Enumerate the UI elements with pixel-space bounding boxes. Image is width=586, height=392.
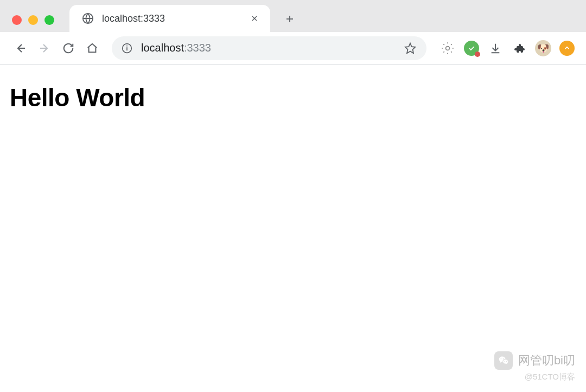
watermark-sub-text: @51CTO博客 [494, 372, 575, 382]
extension-green-icon[interactable] [463, 40, 480, 56]
window-controls [12, 15, 54, 25]
back-button[interactable] [11, 38, 30, 58]
close-icon[interactable] [249, 12, 260, 24]
profile-avatar[interactable]: 🐶 [535, 40, 551, 56]
site-info-icon[interactable] [120, 42, 133, 55]
svg-marker-10 [405, 43, 415, 53]
download-icon[interactable] [487, 40, 504, 56]
svg-point-11 [446, 46, 450, 50]
home-button[interactable] [82, 38, 102, 58]
address-bar[interactable]: localhost:3333 [112, 36, 426, 60]
svg-point-9 [126, 45, 128, 46]
extensions-puzzle-icon[interactable] [511, 40, 527, 56]
watermark-main: 网管叨bi叨 [494, 351, 575, 370]
window-minimize-button[interactable] [28, 15, 38, 25]
window-close-button[interactable] [12, 15, 22, 25]
globe-icon [81, 12, 94, 25]
toolbar-extensions: 🐶 [436, 40, 575, 56]
window-maximize-button[interactable] [44, 15, 54, 25]
forward-button[interactable] [35, 38, 54, 58]
watermark: 网管叨bi叨 @51CTO博客 [494, 351, 575, 382]
wechat-icon [494, 351, 513, 370]
new-tab-button[interactable] [279, 8, 301, 30]
url-path: :3333 [184, 42, 211, 54]
extension-orange-icon[interactable] [559, 40, 575, 56]
browser-tab[interactable]: localhost:3333 [69, 5, 270, 32]
page-viewport: Hello World [0, 65, 586, 392]
reload-button[interactable] [59, 38, 78, 58]
url-text: localhost:3333 [141, 42, 211, 54]
nav-toolbar: localhost:3333 [0, 32, 586, 65]
url-host: localhost [141, 42, 184, 54]
page-heading: Hello World [10, 83, 576, 112]
watermark-main-text: 网管叨bi叨 [518, 352, 575, 369]
gear-icon[interactable] [440, 40, 456, 56]
tab-strip: localhost:3333 [0, 0, 586, 32]
bookmark-star-icon[interactable] [403, 41, 418, 56]
tab-title: localhost:3333 [102, 13, 249, 24]
